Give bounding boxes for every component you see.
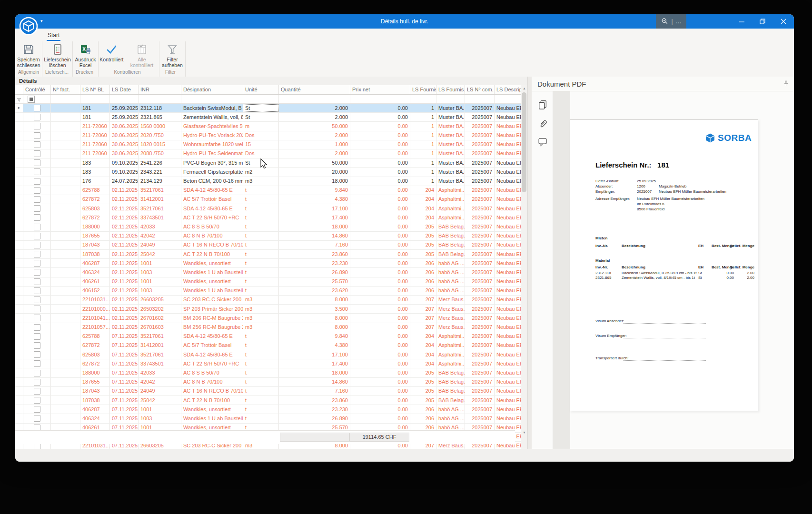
cell-ncom[interactable]: 2025007: [465, 186, 495, 195]
cell-controle[interactable]: [23, 387, 51, 395]
controlled-checkbox[interactable]: [34, 132, 40, 139]
table-row[interactable]: 18800007.11.202542033AC 8 S B 50/70t18.0…: [15, 368, 521, 377]
cell-prix[interactable]: 0.00: [350, 177, 410, 186]
cell-descr[interactable]: Neubau EF...: [495, 168, 521, 176]
cell-fname[interactable]: BAB Belag...: [436, 232, 465, 240]
cell-bl[interactable]: 187043: [80, 241, 110, 249]
cell-fno[interactable]: 206: [410, 405, 436, 414]
cell-qty[interactable]: 3.500: [279, 305, 350, 313]
cell-qty[interactable]: 26.890: [279, 414, 350, 423]
cell-controle[interactable]: [23, 232, 51, 240]
cell-desig[interactable]: SDA 4-12 45/80-65 E: [181, 350, 243, 359]
cell-bl[interactable]: 187043: [80, 387, 110, 395]
cell-fno[interactable]: 207: [410, 314, 436, 322]
cell-unite[interactable]: m3: [243, 296, 279, 304]
cell-bl[interactable]: 181: [80, 113, 110, 121]
cell-fname[interactable]: Asphaltmi...: [436, 186, 465, 195]
table-row[interactable]: 62580302.11.202535217061SDA 4-12 45/80-6…: [15, 204, 521, 213]
cell-descr[interactable]: Neubau EF...: [495, 232, 521, 240]
controlled-checkbox[interactable]: [34, 342, 40, 349]
cell-qty[interactable]: 2.000: [279, 104, 350, 112]
cell-prix[interactable]: 0.00: [350, 186, 410, 195]
cell-fname[interactable]: Asphaltmi...: [436, 350, 465, 359]
cell-descr[interactable]: Neubau EF...: [495, 113, 521, 121]
column-header-prix[interactable]: Prix net: [350, 85, 410, 94]
cell-desig[interactable]: Wohnraumfarbe 1820 weiss: [181, 140, 243, 149]
cell-prix[interactable]: 0.00: [350, 305, 410, 313]
cell-fno[interactable]: 205: [410, 232, 436, 240]
cell-desig[interactable]: Wandkies 1 U ab Baustelle: [181, 268, 243, 277]
controlled-checkbox[interactable]: [34, 297, 40, 303]
cell-date[interactable]: 24.07.2025: [110, 177, 139, 186]
cell-controle[interactable]: [23, 323, 51, 332]
cell-fno[interactable]: 206: [410, 277, 436, 286]
cell-nfact[interactable]: [51, 305, 80, 313]
table-row[interactable]: 18703807.11.202525042AC T 22 N B 70/100t…: [15, 396, 521, 405]
controlled-checkbox[interactable]: [34, 114, 40, 120]
filter-cell-date[interactable]: [110, 95, 139, 103]
cell-fno[interactable]: 205: [410, 387, 436, 395]
cell-descr[interactable]: Neubau EF...: [495, 104, 521, 112]
cell-unite[interactable]: m3: [243, 323, 279, 332]
cell-prix[interactable]: 0.00: [350, 140, 410, 149]
cell-desig[interactable]: Glasfaser-Spachtelvlies 50 m ...: [181, 122, 243, 130]
cell-fname[interactable]: Asphaltmi...: [436, 332, 465, 341]
controlled-checkbox[interactable]: [34, 242, 40, 248]
cell-descr[interactable]: Neubau EF...: [495, 296, 521, 304]
cell-prix[interactable]: 0.00: [350, 287, 410, 295]
cell-descr[interactable]: Neubau EF...: [495, 396, 521, 405]
cell-fno[interactable]: 205: [410, 396, 436, 405]
cell-date[interactable]: 02.11.2025: [110, 204, 139, 213]
cell-desig[interactable]: Hydro-PU-Tec Vorlack 2020 ...: [181, 131, 243, 140]
filter-row-icon-cell[interactable]: [15, 95, 23, 103]
cell-ncom[interactable]: 2025007: [465, 359, 495, 368]
cell-qty[interactable]: 4.380: [279, 341, 350, 350]
cell-fname[interactable]: habö AG ...: [436, 405, 465, 414]
cell-date[interactable]: 02.11.2025: [110, 213, 139, 222]
cell-unite[interactable]: t: [243, 368, 279, 377]
cell-fno[interactable]: 206: [410, 414, 436, 423]
cell-date[interactable]: 30.06.2025: [110, 122, 139, 130]
cell-bl[interactable]: 188000: [80, 222, 110, 231]
cell-fname[interactable]: Asphaltmi...: [436, 204, 465, 213]
table-row[interactable]: 40626102.11.20251001Wandkies, unsortiert…: [15, 277, 521, 287]
cell-fno[interactable]: 204: [410, 195, 436, 204]
table-row[interactable]: 18703802.11.202525042AC T 22 N B 70/100t…: [15, 250, 521, 259]
cell-inr[interactable]: 2088 /750: [139, 149, 181, 158]
cell-ncom[interactable]: 2025007: [465, 259, 495, 267]
cell-desig[interactable]: SDA 4-12 45/80-65 E: [181, 204, 243, 213]
cell-nfact[interactable]: [51, 131, 80, 140]
cell-bl[interactable]: 187038: [80, 396, 110, 405]
cell-ncom[interactable]: 2025007: [465, 195, 495, 204]
cell-fname[interactable]: BAB Belag...: [436, 241, 465, 249]
scrollbar-thumb[interactable]: [522, 92, 526, 192]
cell-desig[interactable]: PVC-U Bogen 30°, 315 mm: [181, 158, 243, 167]
cell-qty[interactable]: 4.380: [279, 195, 350, 204]
cell-fname[interactable]: Merz Baus...: [436, 314, 465, 322]
controlled-checkbox[interactable]: [34, 278, 40, 285]
cell-fno[interactable]: 204: [410, 359, 436, 368]
cell-prix[interactable]: 0.00: [350, 195, 410, 204]
cell-fno[interactable]: 207: [410, 296, 436, 304]
cell-ncom[interactable]: 2025007: [465, 222, 495, 231]
table-row[interactable]: 62578807.11.202535217061SDA 4-12 45/80-6…: [15, 332, 521, 341]
controlled-checkbox[interactable]: [34, 196, 40, 203]
cell-controle[interactable]: [23, 405, 51, 414]
cell-bl[interactable]: 183: [80, 168, 110, 176]
cell-desig[interactable]: AC T 22 N B 70/100: [181, 396, 243, 405]
cell-ncom[interactable]: 2025007: [465, 168, 495, 176]
column-header-inr[interactable]: INR: [139, 85, 181, 94]
cell-bl[interactable]: 406287: [80, 405, 110, 414]
cell-descr[interactable]: Neubau EF...: [495, 222, 521, 231]
cell-ncom[interactable]: 2025007: [465, 232, 495, 240]
cell-fno[interactable]: 1: [410, 149, 436, 158]
cell-date[interactable]: 02.11.2025: [110, 195, 139, 204]
cell-inr[interactable]: 42042: [139, 378, 181, 386]
cell-ncom[interactable]: 2025007: [465, 204, 495, 213]
cell-inr[interactable]: 2134.129: [139, 177, 181, 186]
cell-qty[interactable]: 23.860: [279, 396, 350, 405]
cell-descr[interactable]: Neubau EF...: [495, 186, 521, 195]
cell-fno[interactable]: 205: [410, 250, 436, 258]
cell-prix[interactable]: 0.00: [350, 213, 410, 222]
cell-fname[interactable]: Merz Baus...: [436, 305, 465, 313]
